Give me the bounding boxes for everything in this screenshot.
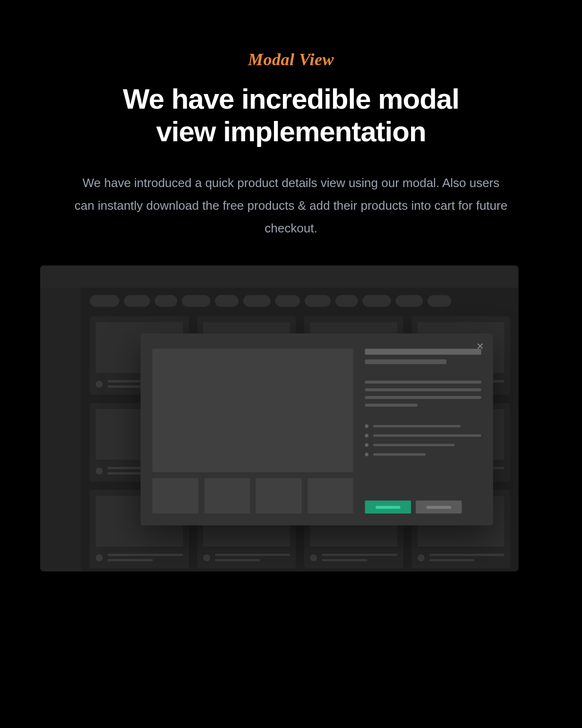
download-button[interactable] [365, 501, 411, 514]
filter-pill[interactable] [90, 295, 120, 307]
bullet-icon [365, 424, 369, 428]
avatar-icon [417, 554, 424, 561]
product-modal: ✕ [141, 334, 493, 525]
avatar-icon [203, 554, 210, 561]
filter-pill[interactable] [124, 295, 150, 307]
card-meta [310, 554, 397, 561]
avatar-icon [96, 380, 103, 387]
filter-pill[interactable] [275, 295, 300, 307]
filter-pill[interactable] [335, 295, 358, 307]
product-thumbs [153, 478, 353, 514]
hero-section: Modal View We have incredible modal view… [0, 0, 582, 240]
bullet-icon [365, 434, 368, 437]
feature-item [365, 443, 481, 447]
card-meta [96, 554, 183, 561]
filter-pill-row [90, 295, 510, 307]
product-thumb[interactable] [153, 478, 198, 514]
browser-frame-sidebar [40, 288, 82, 572]
bullet-icon [365, 453, 369, 456]
hero-subhead: We have introduced a quick product detai… [74, 171, 508, 240]
filter-pill[interactable] [215, 295, 239, 307]
bullet-icon [365, 443, 369, 447]
hero-eyebrow: Modal View [0, 50, 582, 69]
product-thumb[interactable] [308, 478, 353, 514]
filter-pill[interactable] [363, 295, 391, 307]
product-thumb[interactable] [256, 478, 301, 514]
product-thumb[interactable] [204, 478, 250, 514]
product-description-placeholder [365, 381, 481, 407]
filter-pill[interactable] [182, 295, 210, 307]
feature-item [365, 424, 481, 428]
browser-frame-body: ✕ [82, 288, 519, 572]
avatar-icon [310, 554, 317, 561]
filter-pill[interactable] [243, 295, 271, 307]
feature-text-placeholder [373, 425, 461, 428]
modal-gallery [153, 349, 353, 514]
filter-pill[interactable] [396, 295, 423, 307]
product-subtitle-placeholder [365, 360, 446, 364]
modal-details [365, 349, 481, 514]
feature-text-placeholder [373, 454, 426, 456]
product-title-placeholder [365, 349, 481, 355]
browser-frame-top [40, 266, 519, 288]
add-to-cart-button[interactable] [416, 501, 462, 514]
modal-illustration: ✕ [40, 266, 519, 572]
avatar-icon [96, 467, 103, 474]
filter-pill[interactable] [305, 295, 331, 307]
product-image-main [153, 349, 353, 472]
feature-item [365, 453, 481, 456]
card-meta [203, 554, 290, 561]
modal-actions [365, 501, 462, 514]
filter-pill[interactable] [155, 295, 178, 307]
feature-text-placeholder [373, 444, 454, 446]
feature-item [365, 434, 481, 437]
filter-pill[interactable] [428, 295, 451, 307]
hero-headline: We have incredible modal view implementa… [97, 83, 485, 148]
card-meta [417, 554, 504, 561]
avatar-icon [96, 554, 103, 561]
modal-body [153, 349, 481, 514]
feature-text-placeholder [373, 435, 481, 437]
product-feature-list [365, 424, 481, 456]
